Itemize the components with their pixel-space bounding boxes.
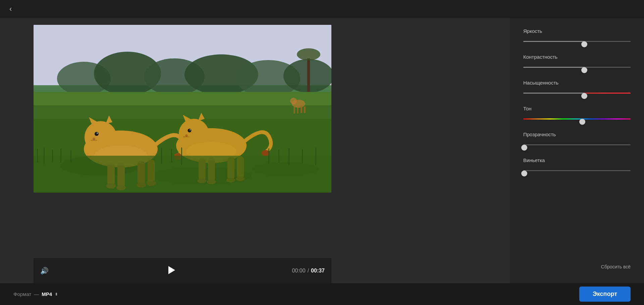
video-frame — [34, 25, 331, 193]
svg-point-64 — [297, 48, 320, 60]
format-dash: — — [34, 291, 39, 297]
svg-rect-52 — [52, 150, 53, 162]
time-display: 00:00 / 00:37 — [292, 268, 325, 274]
brightness-label: Яркость — [523, 28, 631, 34]
vignette-setting: Виньетка — [523, 157, 631, 174]
top-bar: ‹ — [0, 0, 644, 18]
svg-point-36 — [190, 129, 191, 131]
svg-rect-38 — [183, 137, 189, 137]
saturation-setting: Насыщенность — [523, 80, 631, 96]
video-controls: 🔊 00:00 / 00:37 — [34, 258, 331, 283]
svg-rect-70 — [304, 106, 306, 113]
svg-rect-55 — [161, 148, 162, 164]
contrast-track — [523, 67, 631, 68]
format-dropdown-icon[interactable]: ⬍ — [55, 292, 58, 297]
svg-point-35 — [188, 129, 192, 133]
svg-rect-58 — [268, 148, 269, 164]
hue-setting: Тон — [523, 106, 631, 122]
svg-rect-61 — [302, 149, 303, 163]
svg-point-17 — [95, 132, 99, 136]
time-current: 00:00 — [292, 268, 306, 274]
main-content: 🔊 00:00 / 00:37 Яркость — [0, 18, 644, 283]
opacity-setting: Прозрачность — [523, 132, 631, 148]
opacity-slider-wrapper — [523, 141, 631, 148]
opacity-thumb[interactable] — [521, 145, 527, 151]
svg-rect-68 — [297, 106, 299, 114]
svg-rect-49 — [34, 156, 331, 193]
svg-rect-56 — [171, 149, 172, 162]
svg-rect-53 — [60, 148, 61, 163]
svg-point-66 — [290, 98, 297, 104]
vignette-label: Виньетка — [523, 157, 631, 163]
time-separator: / — [308, 268, 309, 274]
video-container — [34, 25, 503, 258]
hue-slider-wrapper — [523, 115, 631, 122]
bottom-bar: Формат — MP4 ⬍ Экспорт — [0, 283, 644, 305]
play-icon — [168, 266, 175, 274]
svg-rect-51 — [44, 147, 45, 164]
reset-all-button[interactable]: Сбросить всё — [601, 264, 631, 269]
format-section: Формат — MP4 ⬍ — [13, 291, 58, 297]
player-section: 🔊 00:00 / 00:37 — [0, 18, 510, 283]
settings-panel: Яркость Контрастность Насы — [510, 18, 644, 283]
vignette-thumb[interactable] — [521, 170, 527, 176]
format-value: MP4 — [42, 291, 52, 297]
brightness-slider-wrapper — [523, 38, 631, 45]
vignette-slider-wrapper — [523, 167, 631, 174]
export-button[interactable]: Экспорт — [579, 287, 631, 302]
saturation-slider-wrapper — [523, 90, 631, 96]
svg-rect-59 — [278, 150, 279, 163]
saturation-label: Насыщенность — [523, 80, 631, 86]
svg-rect-60 — [288, 148, 289, 165]
contrast-label: Контрастность — [523, 54, 631, 60]
brightness-track — [523, 41, 631, 42]
saturation-thumb[interactable] — [581, 93, 587, 99]
svg-rect-67 — [293, 106, 295, 114]
svg-rect-20 — [91, 140, 97, 141]
hue-thumb[interactable] — [579, 119, 585, 125]
time-total: 00:37 — [311, 268, 325, 274]
opacity-label: Прозрачность — [523, 132, 631, 137]
svg-point-18 — [97, 133, 98, 134]
back-button[interactable]: ‹ — [7, 4, 14, 14]
hue-label: Тон — [523, 106, 631, 111]
svg-rect-50 — [37, 149, 38, 162]
svg-point-37 — [185, 135, 188, 137]
svg-rect-62 — [315, 147, 316, 165]
format-label: Формат — [13, 291, 31, 297]
brightness-setting: Яркость — [523, 28, 631, 45]
volume-icon[interactable]: 🔊 — [40, 267, 49, 275]
contrast-setting: Контрастность — [523, 54, 631, 70]
svg-rect-54 — [70, 150, 71, 162]
brightness-thumb[interactable] — [581, 41, 587, 47]
play-button[interactable] — [166, 263, 178, 278]
svg-rect-57 — [181, 147, 182, 165]
svg-point-19 — [93, 138, 95, 140]
contrast-thumb[interactable] — [581, 67, 587, 73]
svg-rect-69 — [301, 106, 302, 113]
contrast-slider-wrapper — [523, 64, 631, 70]
video-illustration — [34, 25, 331, 193]
